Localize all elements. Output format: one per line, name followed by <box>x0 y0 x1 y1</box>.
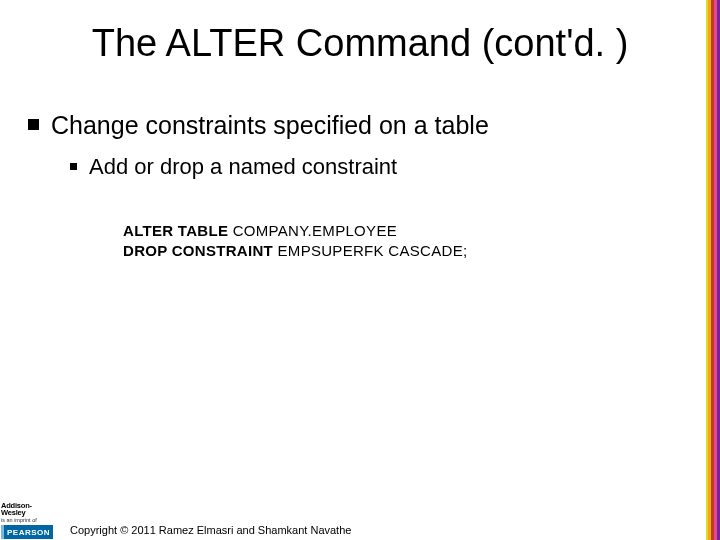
bullet-level-2: Add or drop a named constraint <box>70 153 680 181</box>
square-bullet-icon <box>70 163 77 170</box>
slide: The ALTER Command (cont'd. ) Change cons… <box>0 0 720 540</box>
bullet-l2-text: Add or drop a named constraint <box>89 153 397 181</box>
code-text: COMPANY.EMPLOYEE <box>228 222 397 239</box>
slide-title: The ALTER Command (cont'd. ) <box>25 22 695 65</box>
addison-wesley-label: Addison-Wesley <box>1 502 53 517</box>
code-line-1: ALTER TABLE COMPANY.EMPLOYEE <box>123 221 563 241</box>
bullet-level-1: Change constraints specified on a table <box>28 110 680 141</box>
code-text: EMPSUPERFK <box>273 242 388 259</box>
code-keyword: DROP CONSTRAINT <box>123 242 273 259</box>
decorative-stripe <box>706 0 720 540</box>
square-bullet-icon <box>28 119 39 130</box>
code-example: ALTER TABLE COMPANY.EMPLOYEE DROP CONSTR… <box>115 215 571 268</box>
bullet-l1-text: Change constraints specified on a table <box>51 110 489 141</box>
code-text: CASCADE; <box>388 242 467 259</box>
pearson-badge: PEARSON <box>1 525 53 539</box>
code-line-2: DROP CONSTRAINT EMPSUPERFK CASCADE; <box>123 241 563 261</box>
code-keyword: ALTER TABLE <box>123 222 228 239</box>
imprint-label: is an imprint of <box>1 518 53 524</box>
publisher-logo: Addison-Wesley is an imprint of PEARSON <box>1 502 53 540</box>
copyright-text: Copyright © 2011 Ramez Elmasri and Shamk… <box>70 524 351 536</box>
content-area: Change constraints specified on a table … <box>28 110 680 193</box>
footer: Addison-Wesley is an imprint of PEARSON … <box>0 496 720 540</box>
